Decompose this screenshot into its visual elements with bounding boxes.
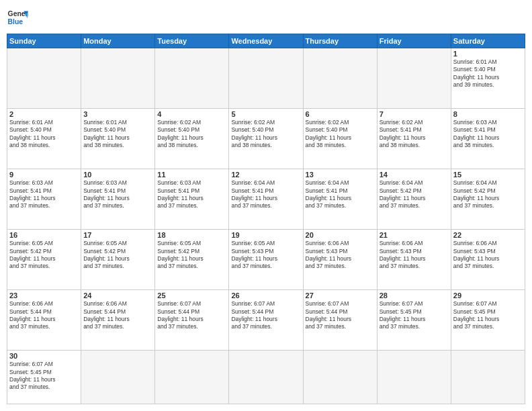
- day-number: 27: [306, 291, 375, 300]
- day-info: Sunrise: 6:04 AM Sunset: 5:42 PM Dayligh…: [380, 179, 449, 210]
- calendar-cell: 1Sunrise: 6:01 AM Sunset: 5:40 PM Daylig…: [451, 48, 525, 109]
- header: General Blue: [7, 7, 525, 28]
- calendar-cell: [303, 351, 377, 404]
- day-info: Sunrise: 6:02 AM Sunset: 5:40 PM Dayligh…: [231, 119, 300, 150]
- calendar-cell: 5Sunrise: 6:02 AM Sunset: 5:40 PM Daylig…: [229, 109, 303, 169]
- calendar-cell: 13Sunrise: 6:04 AM Sunset: 5:41 PM Dayli…: [303, 169, 377, 230]
- day-info: Sunrise: 6:04 AM Sunset: 5:41 PM Dayligh…: [231, 179, 300, 210]
- day-number: 26: [231, 291, 300, 300]
- calendar-cell: [451, 351, 525, 404]
- day-number: 29: [453, 291, 523, 300]
- calendar-cell: 24Sunrise: 6:06 AM Sunset: 5:44 PM Dayli…: [81, 290, 155, 351]
- logo: General Blue: [7, 7, 28, 28]
- day-number: 23: [9, 291, 79, 300]
- calendar-week-row: 9Sunrise: 6:03 AM Sunset: 5:41 PM Daylig…: [7, 169, 525, 230]
- calendar-cell: 16Sunrise: 6:05 AM Sunset: 5:42 PM Dayli…: [7, 230, 81, 290]
- calendar-cell: [155, 351, 229, 404]
- day-number: 15: [453, 171, 523, 179]
- calendar-cell: 28Sunrise: 6:07 AM Sunset: 5:45 PM Dayli…: [377, 290, 451, 351]
- day-number: 4: [157, 110, 226, 118]
- day-info: Sunrise: 6:05 AM Sunset: 5:42 PM Dayligh…: [83, 240, 152, 271]
- calendar-cell: [303, 48, 377, 109]
- svg-text:Blue: Blue: [8, 18, 24, 26]
- day-info: Sunrise: 6:05 AM Sunset: 5:43 PM Dayligh…: [231, 240, 300, 271]
- calendar-cell: 30Sunrise: 6:07 AM Sunset: 5:45 PM Dayli…: [7, 351, 81, 404]
- day-header-tuesday: Tuesday: [155, 34, 229, 48]
- day-info: Sunrise: 6:06 AM Sunset: 5:44 PM Dayligh…: [83, 300, 152, 331]
- calendar-cell: 27Sunrise: 6:07 AM Sunset: 5:44 PM Dayli…: [303, 290, 377, 351]
- calendar-week-row: 16Sunrise: 6:05 AM Sunset: 5:42 PM Dayli…: [7, 230, 525, 290]
- calendar-table: SundayMondayTuesdayWednesdayThursdayFrid…: [7, 34, 525, 404]
- day-number: 16: [9, 231, 79, 239]
- day-info: Sunrise: 6:05 AM Sunset: 5:42 PM Dayligh…: [157, 240, 226, 271]
- calendar-cell: 6Sunrise: 6:02 AM Sunset: 5:40 PM Daylig…: [303, 109, 377, 169]
- calendar-week-row: 2Sunrise: 6:01 AM Sunset: 5:40 PM Daylig…: [7, 109, 525, 169]
- day-info: Sunrise: 6:03 AM Sunset: 5:41 PM Dayligh…: [157, 179, 226, 210]
- day-number: 30: [9, 352, 79, 360]
- day-number: 6: [306, 110, 375, 118]
- day-header-wednesday: Wednesday: [229, 34, 303, 48]
- day-number: 24: [83, 291, 152, 300]
- day-info: Sunrise: 6:04 AM Sunset: 5:42 PM Dayligh…: [453, 179, 523, 210]
- day-number: 20: [306, 231, 375, 239]
- calendar-week-row: 1Sunrise: 6:01 AM Sunset: 5:40 PM Daylig…: [7, 48, 525, 109]
- calendar-cell: [377, 351, 451, 404]
- calendar-cell: 25Sunrise: 6:07 AM Sunset: 5:44 PM Dayli…: [155, 290, 229, 351]
- day-number: 12: [231, 171, 300, 179]
- day-number: 14: [380, 171, 449, 179]
- day-number: 10: [83, 171, 152, 179]
- calendar-cell: [229, 48, 303, 109]
- day-info: Sunrise: 6:06 AM Sunset: 5:44 PM Dayligh…: [9, 300, 79, 331]
- calendar-week-row: 23Sunrise: 6:06 AM Sunset: 5:44 PM Dayli…: [7, 290, 525, 351]
- calendar-cell: [229, 351, 303, 404]
- day-info: Sunrise: 6:06 AM Sunset: 5:43 PM Dayligh…: [380, 240, 449, 271]
- day-info: Sunrise: 6:01 AM Sunset: 5:40 PM Dayligh…: [83, 119, 152, 150]
- day-number: 18: [157, 231, 226, 239]
- calendar-cell: 7Sunrise: 6:02 AM Sunset: 5:41 PM Daylig…: [377, 109, 451, 169]
- day-info: Sunrise: 6:07 AM Sunset: 5:44 PM Dayligh…: [231, 300, 300, 331]
- day-header-monday: Monday: [81, 34, 155, 48]
- calendar-cell: 14Sunrise: 6:04 AM Sunset: 5:42 PM Dayli…: [377, 169, 451, 230]
- day-number: 9: [9, 171, 79, 179]
- day-number: 22: [453, 231, 523, 239]
- calendar-week-row: 30Sunrise: 6:07 AM Sunset: 5:45 PM Dayli…: [7, 351, 525, 404]
- day-info: Sunrise: 6:07 AM Sunset: 5:44 PM Dayligh…: [306, 300, 375, 331]
- generalblue-logo-icon: General Blue: [7, 7, 28, 28]
- calendar-cell: 11Sunrise: 6:03 AM Sunset: 5:41 PM Dayli…: [155, 169, 229, 230]
- day-info: Sunrise: 6:06 AM Sunset: 5:43 PM Dayligh…: [453, 240, 523, 271]
- calendar-cell: 9Sunrise: 6:03 AM Sunset: 5:41 PM Daylig…: [7, 169, 81, 230]
- day-info: Sunrise: 6:02 AM Sunset: 5:40 PM Dayligh…: [157, 119, 226, 150]
- day-header-thursday: Thursday: [303, 34, 377, 48]
- day-info: Sunrise: 6:01 AM Sunset: 5:40 PM Dayligh…: [453, 58, 523, 89]
- calendar-cell: 2Sunrise: 6:01 AM Sunset: 5:40 PM Daylig…: [7, 109, 81, 169]
- day-info: Sunrise: 6:07 AM Sunset: 5:45 PM Dayligh…: [9, 361, 79, 392]
- day-info: Sunrise: 6:03 AM Sunset: 5:41 PM Dayligh…: [83, 179, 152, 210]
- calendar-cell: 4Sunrise: 6:02 AM Sunset: 5:40 PM Daylig…: [155, 109, 229, 169]
- day-info: Sunrise: 6:06 AM Sunset: 5:43 PM Dayligh…: [306, 240, 375, 271]
- day-number: 11: [157, 171, 226, 179]
- calendar-cell: 29Sunrise: 6:07 AM Sunset: 5:45 PM Dayli…: [451, 290, 525, 351]
- day-number: 2: [9, 110, 79, 118]
- calendar-cell: [155, 48, 229, 109]
- day-number: 8: [453, 110, 523, 118]
- calendar-cell: 3Sunrise: 6:01 AM Sunset: 5:40 PM Daylig…: [81, 109, 155, 169]
- day-number: 3: [83, 110, 152, 118]
- day-number: 28: [380, 291, 449, 300]
- calendar-cell: 15Sunrise: 6:04 AM Sunset: 5:42 PM Dayli…: [451, 169, 525, 230]
- day-number: 13: [306, 171, 375, 179]
- day-number: 1: [453, 50, 523, 58]
- day-info: Sunrise: 6:01 AM Sunset: 5:40 PM Dayligh…: [9, 119, 79, 150]
- calendar-cell: [81, 351, 155, 404]
- days-of-week-row: SundayMondayTuesdayWednesdayThursdayFrid…: [7, 34, 525, 48]
- day-header-friday: Friday: [377, 34, 451, 48]
- day-info: Sunrise: 6:03 AM Sunset: 5:41 PM Dayligh…: [453, 119, 523, 150]
- day-info: Sunrise: 6:07 AM Sunset: 5:45 PM Dayligh…: [453, 300, 523, 331]
- calendar-cell: 18Sunrise: 6:05 AM Sunset: 5:42 PM Dayli…: [155, 230, 229, 290]
- day-number: 19: [231, 231, 300, 239]
- calendar-cell: 8Sunrise: 6:03 AM Sunset: 5:41 PM Daylig…: [451, 109, 525, 169]
- day-info: Sunrise: 6:07 AM Sunset: 5:45 PM Dayligh…: [380, 300, 449, 331]
- calendar-cell: 19Sunrise: 6:05 AM Sunset: 5:43 PM Dayli…: [229, 230, 303, 290]
- calendar-cell: [377, 48, 451, 109]
- calendar-cell: 20Sunrise: 6:06 AM Sunset: 5:43 PM Dayli…: [303, 230, 377, 290]
- day-header-saturday: Saturday: [451, 34, 525, 48]
